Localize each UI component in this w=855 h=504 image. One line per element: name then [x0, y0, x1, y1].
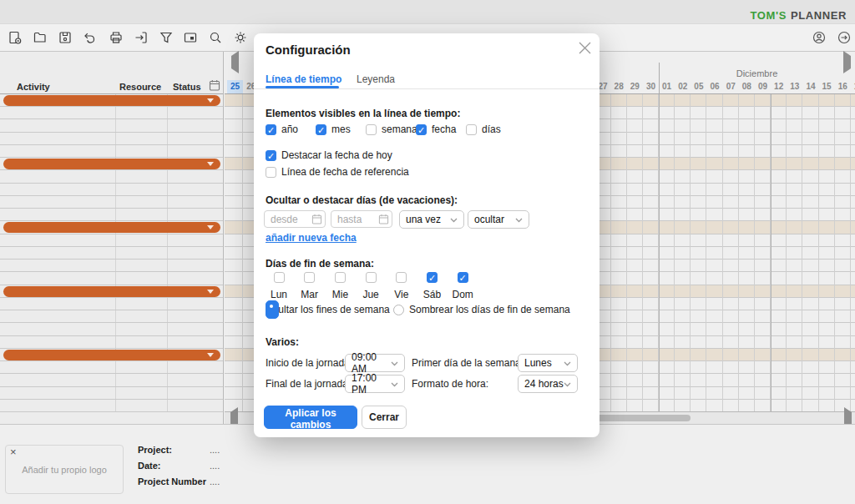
task-row — [0, 133, 223, 145]
weekend-heading: Días de fin de semana: — [266, 258, 374, 270]
shade-weekends-radio[interactable]: Sombrear los días de fin de semana — [393, 304, 570, 315]
checkbox-icon — [266, 167, 276, 178]
filter-button[interactable] — [158, 28, 176, 47]
search-button[interactable] — [207, 28, 225, 47]
date-header-cell: 13 — [787, 80, 802, 93]
checkbox-label: año — [281, 123, 298, 135]
visible-element-3[interactable]: fecha — [416, 123, 456, 135]
group-row — [0, 221, 223, 234]
add-new-date-link[interactable]: añadir nueva fecha — [266, 232, 357, 244]
hide-weekends-radio[interactable]: Ocultar los fines de semana — [266, 304, 390, 315]
task-row — [0, 247, 223, 260]
scrollbar-right-button[interactable] — [842, 412, 853, 424]
weekend-day-4[interactable]: Vie — [387, 272, 417, 300]
task-row — [0, 119, 223, 132]
checkbox-label: Lun — [264, 289, 294, 300]
field-value[interactable]: .... — [210, 461, 220, 476]
chevron-down-icon — [564, 378, 571, 390]
dialog-close-button[interactable] — [575, 39, 594, 58]
task-row — [0, 310, 223, 323]
group-header-bar[interactable] — [3, 159, 220, 169]
save-button[interactable] — [57, 28, 75, 47]
field-label: Project: — [138, 445, 210, 461]
close-icon — [578, 45, 592, 58]
logo-placeholder-box[interactable]: × Añadir tu propio logo — [5, 445, 124, 494]
radio-icon — [266, 300, 279, 319]
vacation-from-input[interactable] — [264, 210, 326, 228]
checkbox-icon — [266, 150, 276, 161]
undo-icon — [83, 30, 99, 45]
visible-element-1[interactable]: mes — [316, 123, 351, 135]
scroll-left-button[interactable] — [229, 56, 240, 68]
visible-element-4[interactable]: días — [466, 123, 501, 135]
weekend-day-1[interactable]: Mar — [295, 272, 325, 300]
time-format-select[interactable]: 24 horas — [518, 375, 578, 393]
scrollbar-left-button[interactable] — [228, 412, 240, 424]
highlight-today-checkbox[interactable]: Destacar la fecha de hoy — [266, 149, 392, 161]
chevron-down-icon — [391, 357, 398, 369]
date-header-cell: 06 — [707, 80, 723, 93]
task-row — [0, 323, 223, 335]
activity-panel-header: Activity Resource Status — [0, 52, 223, 93]
checkbox-label: Dom — [448, 289, 478, 300]
visible-element-0[interactable]: año — [266, 123, 298, 135]
calendar-settings-button[interactable] — [208, 79, 220, 92]
weekend-day-2[interactable]: Mie — [325, 272, 355, 300]
project-field-row: Project Number.... — [138, 476, 220, 492]
account-button[interactable] — [811, 28, 829, 47]
settings-button[interactable] — [232, 28, 250, 47]
import-button[interactable] — [133, 28, 151, 47]
weekend-day-5[interactable]: Sáb — [417, 272, 448, 300]
vacation-to-input[interactable] — [331, 210, 392, 228]
checkbox-label: Jue — [356, 289, 386, 300]
day-start-select[interactable]: 09:00 AM — [345, 354, 405, 372]
print-button[interactable] — [108, 28, 126, 47]
undo-button[interactable] — [82, 28, 100, 47]
brand-logo: TOM'SPLANNER — [751, 9, 847, 22]
date-header-cell: 02 — [675, 80, 691, 93]
scroll-right-button[interactable] — [841, 56, 852, 68]
group-dropdown-icon — [207, 162, 214, 166]
vacation-action-select[interactable]: ocultar — [468, 210, 529, 229]
visible-element-2[interactable]: semana — [366, 123, 417, 135]
save-icon — [58, 30, 74, 45]
open-schedule-button[interactable] — [32, 28, 50, 47]
weekend-day-0[interactable]: Lun — [264, 272, 294, 300]
sign-out-button[interactable] — [836, 28, 854, 47]
task-row — [0, 209, 223, 221]
group-header-bar[interactable] — [3, 286, 220, 297]
day-start-label: Inicio de la jornada: — [266, 357, 352, 369]
new-schedule-button[interactable] — [7, 28, 25, 47]
tab-legend[interactable]: Leyenda — [357, 73, 395, 85]
apply-changes-button[interactable]: Aplicar los cambios — [264, 406, 357, 429]
task-row — [0, 234, 223, 247]
vacation-repeat-select[interactable]: una vez — [399, 210, 464, 229]
chevron-down-icon — [450, 214, 458, 225]
checkbox-icon — [458, 272, 468, 283]
close-dialog-button[interactable]: Cerrar — [362, 406, 407, 429]
open-folder-icon — [33, 30, 49, 45]
reference-line-checkbox[interactable]: Línea de fecha de referencia — [266, 166, 409, 178]
field-value[interactable]: .... — [210, 476, 220, 492]
field-value[interactable]: .... — [210, 445, 220, 461]
new-schedule-icon — [8, 30, 24, 45]
image-icon — [183, 30, 200, 45]
print-icon — [109, 30, 125, 45]
insert-image-button[interactable] — [182, 28, 200, 47]
day-end-select[interactable]: 17:00 PM — [345, 375, 405, 393]
task-row — [0, 170, 223, 183]
group-header-bar[interactable] — [3, 95, 220, 106]
date-header-cell: 09 — [755, 80, 771, 93]
first-day-select[interactable]: Lunes — [518, 354, 578, 372]
task-row — [0, 260, 223, 272]
date-header-cell: 16 — [835, 80, 851, 93]
checkbox-icon — [266, 124, 276, 135]
chevron-down-icon — [391, 378, 398, 390]
tab-timeline[interactable]: Línea de tiempo — [266, 73, 341, 85]
weekend-day-3[interactable]: Jue — [356, 272, 386, 300]
group-header-bar[interactable] — [3, 222, 220, 233]
group-header-bar[interactable] — [3, 350, 220, 360]
checkbox-icon — [427, 272, 438, 283]
weekend-day-6[interactable]: Dom — [448, 272, 478, 300]
task-row — [0, 298, 223, 310]
